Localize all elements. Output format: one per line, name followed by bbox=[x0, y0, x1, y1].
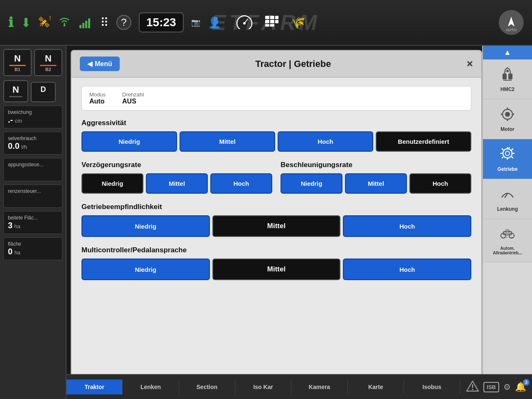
dialog-body: Modus Auto Drehzahl AUS Aggressivität Ni… bbox=[71, 78, 481, 394]
rates-row: Verzögerungsrate Niedrig Mittel Hoch Bes… bbox=[81, 161, 471, 194]
aggressivitat-hoch[interactable]: Hoch bbox=[278, 131, 373, 152]
verzogerungsrate-section: Verzögerungsrate Niedrig Mittel Hoch bbox=[81, 161, 272, 194]
verzogerungsrate-title: Verzögerungsrate bbox=[81, 161, 272, 169]
tab-isobus[interactable]: Isobus bbox=[404, 379, 460, 394]
back-arrow-icon: ◀ bbox=[87, 60, 92, 68]
beschleunigungsrate-title: Beschleunigungsrate bbox=[281, 161, 471, 169]
stat-grenzen: renzensteuer... bbox=[3, 185, 62, 208]
dialog-title: Tractor | Getriebe bbox=[255, 59, 331, 69]
svg-marker-11 bbox=[508, 17, 515, 27]
modus-field: Modus Auto bbox=[89, 91, 106, 105]
svg-rect-3 bbox=[265, 16, 269, 19]
aggressivitat-title: Aggressivität bbox=[81, 119, 471, 127]
info-row: Modus Auto Drehzahl AUS bbox=[81, 86, 471, 111]
tab-isokar[interactable]: Iso Kar bbox=[235, 379, 291, 394]
warning-icon[interactable] bbox=[466, 380, 479, 394]
panel-item-lenkung[interactable]: Lenkung bbox=[483, 179, 532, 219]
svg-rect-6 bbox=[265, 20, 269, 23]
drehzahl-field: Drehzahl AUS bbox=[122, 91, 144, 105]
satellite-icon: 🛰 ! bbox=[39, 16, 49, 29]
tab-kamera[interactable]: Kamera bbox=[291, 379, 347, 394]
motor-icon bbox=[499, 106, 516, 124]
isb-icon[interactable]: ISB bbox=[483, 382, 499, 392]
dialog-header: ◀ Menü Tractor | Getriebe × bbox=[71, 51, 481, 78]
getriebe-label: Getriebe bbox=[498, 166, 518, 172]
beschleunigungsrate-hoch[interactable]: Hoch bbox=[409, 173, 471, 194]
gear-box-b1[interactable]: N B1 bbox=[3, 49, 32, 76]
right-panel: ▲ HMC2 bbox=[482, 46, 532, 399]
svg-rect-5 bbox=[275, 16, 278, 19]
camera-icon[interactable]: 📷 bbox=[191, 18, 200, 27]
aggressivitat-mittel[interactable]: Mittel bbox=[180, 131, 275, 152]
gear-row-top: N B1 N B2 bbox=[3, 49, 62, 76]
panel-item-getriebe[interactable]: Getriebe bbox=[483, 139, 532, 179]
getriebeempfindlichkeit-section: Getriebeempfindlichkeit Niedrig Mittel H… bbox=[81, 203, 471, 237]
multicontroller-title: Multicontroller/Pedalansprache bbox=[81, 246, 471, 254]
multicontroller-mittel[interactable]: Mittel bbox=[212, 259, 341, 280]
allrad-icon bbox=[499, 226, 516, 244]
svg-rect-10 bbox=[270, 24, 274, 27]
verzogerungsrate-hoch[interactable]: Hoch bbox=[210, 173, 272, 194]
beschleunigungsrate-niedrig[interactable]: Niedrig bbox=[281, 173, 342, 194]
verzogerungsrate-niedrig[interactable]: Niedrig bbox=[81, 173, 143, 194]
download-icon: ⬇ bbox=[21, 15, 31, 30]
scroll-up-button[interactable]: ▲ bbox=[483, 46, 532, 59]
clock-display: 15:23 bbox=[139, 12, 184, 32]
getriebeempfindlichkeit-buttons: Niedrig Mittel Hoch bbox=[81, 215, 471, 237]
getriebeempfindlichkeit-title: Getriebeempfindlichkeit bbox=[81, 203, 471, 211]
tab-section[interactable]: Section bbox=[179, 379, 235, 394]
aggressivitat-niedrig[interactable]: Niedrig bbox=[81, 131, 177, 152]
svg-rect-4 bbox=[270, 16, 274, 19]
beschleunigungsrate-section: Beschleunigungsrate Niedrig Mittel Hoch bbox=[281, 161, 471, 194]
verzogerungsrate-buttons: Niedrig Mittel Hoch bbox=[81, 173, 272, 194]
tab-lenken[interactable]: Lenken bbox=[123, 379, 179, 394]
svg-point-2 bbox=[243, 22, 246, 25]
beschleunigungsrate-mittel[interactable]: Mittel bbox=[345, 173, 407, 194]
stat-area-worked: beitete Fläc... 3 ha bbox=[3, 211, 62, 234]
bottom-bar: Traktor Lenken Section Iso Kar Kamera Ka… bbox=[66, 374, 532, 399]
tab-traktor[interactable]: Traktor bbox=[66, 379, 123, 394]
gear-box-n[interactable]: N bbox=[3, 80, 28, 102]
tab-karte[interactable]: Karte bbox=[348, 379, 404, 394]
aggressivitat-benutzerdefiniert[interactable]: Benutzerdefiniert bbox=[376, 131, 471, 152]
getriebeempfindlichkeit-hoch[interactable]: Hoch bbox=[343, 215, 471, 237]
hmc2-label: HMC2 bbox=[500, 86, 515, 92]
verzogerungsrate-mittel[interactable]: Mittel bbox=[146, 173, 208, 194]
farm-icon[interactable]: 🌾 bbox=[291, 16, 305, 30]
grid-icon[interactable] bbox=[264, 15, 279, 30]
allrad-label: Autom. Allradantrieb... bbox=[486, 246, 529, 255]
aggressivitat-buttons: Niedrig Mittel Hoch Benutzerdefiniert bbox=[81, 131, 471, 152]
stat-appung: appungssteue... bbox=[3, 158, 62, 181]
beschleunigungsrate-buttons: Niedrig Mittel Hoch bbox=[281, 173, 471, 194]
info-icon[interactable]: ℹ bbox=[8, 15, 13, 30]
gear-box-b2[interactable]: N B2 bbox=[34, 49, 62, 76]
svg-point-21 bbox=[503, 149, 512, 158]
getriebeempfindlichkeit-niedrig[interactable]: Niedrig bbox=[81, 215, 210, 237]
help-icon[interactable]: ? bbox=[116, 15, 131, 30]
gear-row-middle: N D bbox=[3, 80, 62, 102]
panel-item-motor[interactable]: Motor bbox=[483, 99, 532, 139]
close-button[interactable]: × bbox=[467, 57, 473, 70]
bottom-icons: ISB ⚙ 🔔 3 bbox=[460, 380, 532, 394]
getriebeempfindlichkeit-mittel[interactable]: Mittel bbox=[212, 215, 341, 237]
svg-rect-12 bbox=[502, 74, 507, 79]
multicontroller-section: Multicontroller/Pedalansprache Niedrig M… bbox=[81, 246, 471, 280]
notification-icon[interactable]: 🔔 3 bbox=[515, 382, 526, 392]
panel-item-allrad[interactable]: Autom. Allradantrieb... bbox=[483, 219, 532, 262]
apps-icon[interactable]: ⠿ bbox=[100, 16, 109, 30]
svg-point-22 bbox=[505, 151, 510, 155]
svg-point-14 bbox=[506, 70, 509, 72]
user-icon[interactable]: 👤 bbox=[208, 16, 221, 29]
gear-box-d[interactable]: D bbox=[31, 82, 56, 102]
multicontroller-hoch[interactable]: Hoch bbox=[343, 259, 471, 280]
settings-icon[interactable]: ⚙ bbox=[503, 382, 511, 392]
svg-point-30 bbox=[472, 389, 473, 390]
back-button[interactable]: ◀ Menü bbox=[80, 57, 120, 71]
speedometer-icon[interactable] bbox=[235, 14, 254, 31]
lenkung-label: Lenkung bbox=[497, 206, 518, 212]
navigation-icon[interactable]: AUTO bbox=[499, 10, 524, 35]
multicontroller-niedrig[interactable]: Niedrig bbox=[81, 259, 210, 280]
stat-area-total: fläche 0 ha bbox=[3, 237, 62, 260]
panel-item-hmc2[interactable]: HMC2 bbox=[483, 59, 532, 99]
multicontroller-buttons: Niedrig Mittel Hoch bbox=[81, 259, 471, 280]
